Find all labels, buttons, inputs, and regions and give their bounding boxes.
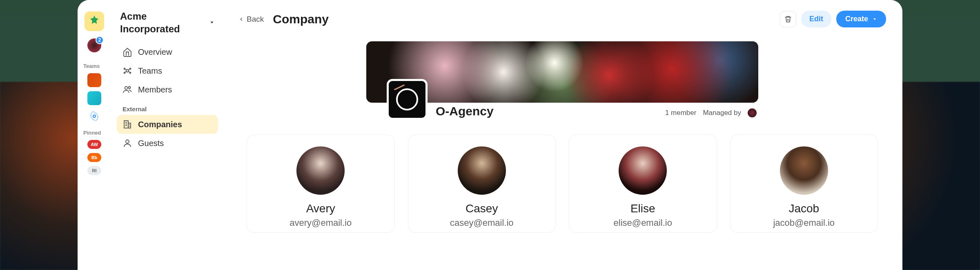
member-email: casey@email.io: [450, 218, 514, 228]
member-card[interactable]: Jacob jacob@email.io: [730, 135, 878, 233]
manager-avatar[interactable]: [748, 108, 757, 117]
sidebar-item-members[interactable]: Members: [117, 80, 218, 99]
workspace-title: Acme Incorporated: [120, 10, 209, 35]
app-window: 2 Teams Pinned AW Bb RI Acme Incorporate…: [78, 0, 902, 270]
sidebar-item-guests[interactable]: Guests: [117, 134, 218, 153]
sidebar: Acme Incorporated Overview Teams Members…: [111, 0, 224, 270]
workspace-logo[interactable]: [85, 11, 104, 31]
svg-point-10: [126, 140, 129, 143]
member-email: avery@email.io: [290, 218, 352, 228]
members-icon: [122, 85, 132, 94]
member-name: Casey: [466, 202, 498, 215]
rail-team-2[interactable]: [87, 91, 101, 105]
rail-pin-2[interactable]: Bb: [87, 153, 101, 162]
avatar: [619, 146, 667, 195]
company-logo: [387, 79, 428, 120]
rail-section-teams: Teams: [83, 63, 100, 69]
home-icon: [122, 47, 132, 57]
sidebar-item-teams[interactable]: Teams: [117, 61, 218, 80]
rail-settings[interactable]: [87, 109, 101, 123]
company-header: O-Agency 1 member Managed by: [366, 41, 758, 120]
member-cards: Avery avery@email.io Casey casey@email.i…: [238, 135, 886, 233]
topbar: Back Company Edit Create: [238, 11, 886, 27]
sidebar-item-label: Guests: [138, 139, 164, 148]
svg-point-1: [126, 70, 129, 72]
rail-section-pinned: Pinned: [83, 130, 101, 136]
create-button[interactable]: Create: [836, 11, 886, 27]
rail-pin-3[interactable]: RI: [87, 166, 101, 175]
company-member-count: 1 member: [665, 109, 697, 117]
member-card[interactable]: Casey casey@email.io: [408, 135, 556, 233]
member-card[interactable]: Elise elise@email.io: [569, 135, 717, 233]
svg-rect-8: [124, 121, 128, 128]
company-managed-by-label: Managed by: [703, 109, 741, 117]
user-avatar[interactable]: 2: [87, 38, 101, 52]
member-name: Jacob: [788, 202, 819, 215]
gear-icon: [89, 111, 99, 121]
avatar: [780, 146, 828, 195]
avatar: [458, 146, 506, 195]
company-name: O-Agency: [436, 104, 494, 118]
nav-rail: 2 Teams Pinned AW Bb RI: [78, 0, 111, 270]
svg-point-6: [125, 87, 128, 90]
rail-team-1[interactable]: [87, 73, 101, 87]
trash-icon: [784, 15, 792, 23]
star-icon: [88, 15, 100, 27]
member-email: jacob@email.io: [773, 218, 835, 228]
page-title: Company: [273, 12, 329, 26]
sidebar-item-overview[interactable]: Overview: [117, 43, 218, 61]
svg-point-0: [93, 115, 96, 117]
back-label: Back: [247, 15, 264, 24]
member-email: elise@email.io: [614, 218, 672, 228]
member-card[interactable]: Avery avery@email.io: [247, 135, 395, 233]
main-content: Back Company Edit Create: [224, 0, 902, 270]
sidebar-item-label: Overview: [138, 47, 172, 57]
teams-icon: [122, 66, 132, 76]
chevron-down-icon[interactable]: [209, 20, 215, 25]
svg-point-7: [129, 87, 131, 89]
sidebar-item-label: Teams: [138, 66, 162, 76]
member-name: Avery: [306, 202, 335, 215]
rail-pin-1[interactable]: AW: [87, 140, 101, 149]
svg-rect-9: [128, 123, 131, 128]
edit-button[interactable]: Edit: [801, 11, 831, 27]
guest-icon: [122, 138, 132, 148]
sidebar-item-label: Members: [138, 85, 172, 94]
chevron-left-icon: [238, 16, 244, 22]
avatar: [296, 146, 345, 195]
delete-button[interactable]: [780, 11, 796, 27]
sidebar-item-label: Companies: [138, 120, 182, 129]
sidebar-item-companies[interactable]: Companies: [117, 115, 218, 134]
back-button[interactable]: Back: [238, 15, 264, 24]
member-name: Elise: [630, 202, 655, 215]
create-label: Create: [845, 15, 868, 23]
notification-badge: 2: [96, 36, 104, 44]
sidebar-section-external: External: [117, 99, 218, 115]
building-icon: [122, 119, 132, 129]
chevron-down-icon: [872, 17, 877, 22]
